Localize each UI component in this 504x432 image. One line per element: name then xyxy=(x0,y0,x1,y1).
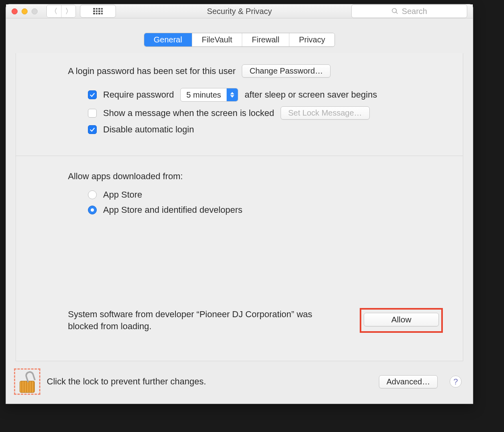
search-icon xyxy=(391,8,398,15)
allow-highlight: Allow xyxy=(360,308,443,333)
tab-general[interactable]: General xyxy=(144,33,192,46)
disable-auto-login-row: Disable automatic login xyxy=(16,124,463,135)
set-lock-message-button: Set Lock Message… xyxy=(281,106,370,120)
minimize-window-button[interactable] xyxy=(22,8,28,14)
blocked-software-message: System software from developer “Pioneer … xyxy=(68,308,324,332)
tab-firewall[interactable]: Firewall xyxy=(242,33,289,46)
check-icon xyxy=(89,126,96,133)
require-password-label: Require password xyxy=(103,90,174,100)
search-placeholder: Search xyxy=(402,7,427,16)
lock-highlight xyxy=(14,368,40,395)
disable-auto-login-checkbox[interactable] xyxy=(88,125,97,134)
radio-app-store-label: App Store xyxy=(103,190,142,200)
tab-filevault[interactable]: FileVault xyxy=(192,33,242,46)
tabs-row: General FileVault Firewall Privacy xyxy=(6,18,473,47)
allow-apps-section-label: Allow apps downloaded from: xyxy=(16,171,463,182)
grid-icon xyxy=(93,8,103,14)
require-password-delay-select[interactable]: 5 minutes xyxy=(180,88,238,102)
show-all-button[interactable] xyxy=(80,5,116,18)
chevron-right-icon: 〉 xyxy=(65,7,72,15)
show-message-row: Show a message when the screen is locked… xyxy=(16,106,463,120)
advanced-button[interactable]: Advanced… xyxy=(379,375,438,388)
require-password-checkbox[interactable] xyxy=(88,90,97,99)
radio-app-store[interactable] xyxy=(88,190,97,199)
close-window-button[interactable] xyxy=(12,8,18,14)
tab-privacy[interactable]: Privacy xyxy=(289,33,335,46)
lock-text: Click the lock to prevent further change… xyxy=(47,376,206,387)
login-password-label: A login password has been set for this u… xyxy=(68,66,235,76)
login-password-row: A login password has been set for this u… xyxy=(16,64,463,78)
titlebar: 〈 〉 Security & Privacy Search xyxy=(6,4,473,18)
radio-identified-row: App Store and identified developers xyxy=(16,205,463,215)
delay-suffix: after sleep or screen saver begins xyxy=(245,90,377,100)
show-message-label: Show a message when the screen is locked xyxy=(103,108,274,118)
blocked-software-row: System software from developer “Pioneer … xyxy=(68,308,443,333)
nav-history: 〈 〉 xyxy=(46,5,76,18)
chevron-left-icon: 〈 xyxy=(50,7,58,15)
footer: Click the lock to prevent further change… xyxy=(6,361,473,404)
radio-identified-label: App Store and identified developers xyxy=(103,205,243,215)
radio-app-store-identified[interactable] xyxy=(88,206,97,214)
delay-value: 5 minutes xyxy=(181,90,227,100)
check-icon xyxy=(89,92,96,98)
general-pane: A login password has been set for this u… xyxy=(16,53,463,361)
stepper-icon xyxy=(227,88,238,101)
zoom-window-button xyxy=(32,8,38,14)
traffic-lights xyxy=(12,8,38,14)
show-message-checkbox[interactable] xyxy=(88,109,97,118)
section-divider xyxy=(16,156,463,156)
allow-button[interactable]: Allow xyxy=(364,313,439,326)
disable-auto-login-label: Disable automatic login xyxy=(103,124,194,135)
back-button[interactable]: 〈 xyxy=(47,5,61,17)
lock-button[interactable] xyxy=(16,370,38,393)
require-password-row: Require password 5 minutes after sleep o… xyxy=(16,88,463,102)
help-button[interactable]: ? xyxy=(450,376,462,388)
change-password-button[interactable]: Change Password… xyxy=(242,64,330,78)
preferences-window: 〈 〉 Security & Privacy Search General Fi… xyxy=(6,4,473,404)
help-icon: ? xyxy=(453,377,458,386)
search-field[interactable]: Search xyxy=(351,4,467,18)
forward-button[interactable]: 〉 xyxy=(61,5,76,17)
radio-app-store-row: App Store xyxy=(16,190,463,200)
tabs: General FileVault Firewall Privacy xyxy=(144,33,335,47)
